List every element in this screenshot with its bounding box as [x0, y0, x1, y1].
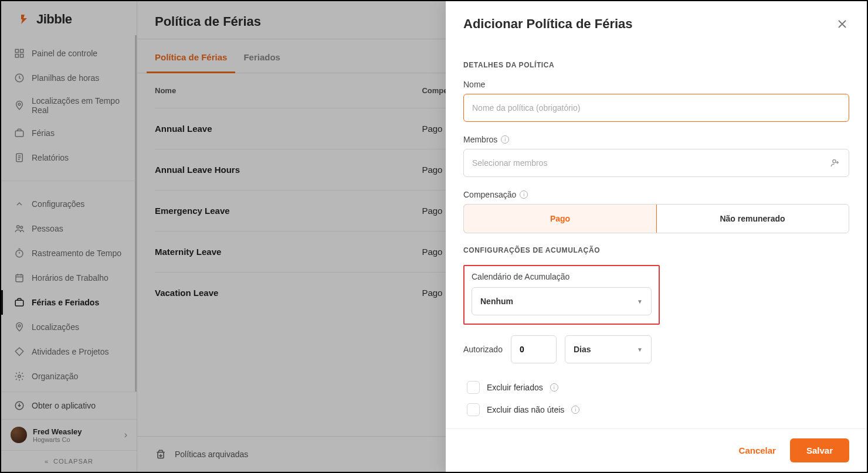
sidebar-item-label: Localizações em Tempo Real	[32, 96, 123, 115]
dashboard-icon	[13, 47, 26, 60]
compensation-label: Compensação i	[463, 190, 849, 199]
svg-point-14	[18, 375, 21, 378]
avatar	[11, 427, 27, 443]
allowed-unit-select[interactable]: Dias ▼	[565, 335, 652, 363]
compensation-unpaid-option[interactable]: Não remunerado	[656, 205, 849, 233]
user-menu[interactable]: Fred Weasley Hogwarts Co ›	[1, 419, 137, 450]
name-label: Nome	[463, 80, 849, 89]
cell-name: Vacation Leave	[155, 288, 422, 298]
info-icon[interactable]: i	[520, 190, 528, 199]
nav-primary: Painel de controle Planilhas de horas Lo…	[1, 35, 135, 176]
allowed-unit-value: Dias	[574, 345, 591, 354]
nav-secondary: Configurações Pessoas Rastreamento de Te…	[1, 186, 135, 392]
members-label: Membros i	[463, 135, 849, 144]
allowed-value-input[interactable]	[511, 335, 557, 363]
sidebar-item-timesheets[interactable]: Planilhas de horas	[1, 66, 135, 90]
svg-point-5	[18, 103, 21, 106]
compensation-paid-option[interactable]: Pago	[463, 204, 657, 233]
logo-icon	[19, 12, 33, 26]
archived-label: Políticas arquivadas	[175, 450, 248, 459]
svg-rect-3	[21, 55, 23, 57]
info-icon[interactable]: i	[571, 406, 579, 414]
sidebar-item-time-tracking[interactable]: Rastreamento de Tempo	[1, 241, 135, 266]
calendar-icon	[13, 271, 26, 284]
report-icon	[13, 151, 26, 164]
svg-rect-0	[15, 49, 18, 52]
svg-point-13	[18, 325, 21, 327]
chevron-down-icon: ▼	[637, 298, 643, 305]
accrual-calendar-value: Nenhum	[480, 297, 513, 306]
get-app-button[interactable]: Obter o aplicativo	[1, 392, 137, 419]
members-select[interactable]: Selecionar membros	[463, 149, 849, 177]
cell-name: Annual Leave	[155, 124, 422, 134]
svg-rect-6	[15, 131, 23, 137]
sidebar-item-label: Férias e Feriados	[32, 298, 99, 307]
sidebar-item-organization[interactable]: Organização	[1, 364, 135, 389]
sidebar-item-people[interactable]: Pessoas	[1, 216, 135, 241]
tab-leave-policy[interactable]: Política de Férias	[155, 39, 227, 73]
logo[interactable]: Jibble	[1, 1, 137, 35]
sidebar-item-label: Férias	[32, 128, 55, 138]
sidebar-item-label: Localizações	[32, 322, 79, 332]
brand-text: Jibble	[36, 12, 72, 27]
sidebar: Jibble Painel de controle Planilhas de h…	[1, 1, 137, 472]
info-icon[interactable]: i	[501, 135, 509, 144]
info-icon[interactable]: i	[550, 383, 558, 392]
sidebar-item-reports[interactable]: Relatórios	[1, 145, 135, 170]
briefcase-icon	[13, 127, 26, 139]
sidebar-item-locations[interactable]: Localizações	[1, 315, 135, 339]
pin-icon	[13, 99, 26, 112]
exclude-holidays-checkbox[interactable]	[467, 381, 480, 394]
sidebar-item-label: Rastreamento de Tempo	[32, 249, 121, 258]
exclude-holidays-label: Excluir feriados	[487, 383, 543, 392]
pin-icon	[13, 321, 26, 334]
save-button[interactable]: Salvar	[790, 438, 849, 462]
policy-name-input[interactable]	[463, 94, 849, 122]
collapse-label: COLAPSAR	[53, 458, 93, 465]
section-policy-details: DETALHES DA POLÍTICA	[463, 61, 849, 69]
accrual-calendar-select[interactable]: Nenhum ▼	[472, 287, 652, 315]
sidebar-item-dashboard[interactable]: Painel de controle	[1, 41, 135, 66]
chevron-double-left-icon: «	[45, 458, 49, 465]
sidebar-item-work-schedules[interactable]: Horários de Trabalho	[1, 266, 135, 290]
chevron-down-icon: ▼	[637, 346, 643, 353]
sidebar-item-leave-holidays[interactable]: Férias e Feriados	[1, 290, 135, 315]
archive-icon	[155, 448, 167, 460]
accrual-calendar-label: Calendário de Acumulação	[472, 272, 652, 281]
get-app-label: Obter o aplicativo	[32, 401, 96, 410]
user-name: Fred Weasley	[33, 427, 82, 436]
sidebar-item-label: Configurações	[32, 199, 84, 209]
page-title: Política de Férias	[155, 14, 261, 29]
svg-point-16	[833, 159, 836, 162]
exclude-nonwork-label: Excluir dias não úteis	[487, 405, 564, 414]
svg-rect-1	[21, 49, 23, 52]
sidebar-item-label: Atividades e Projetos	[32, 347, 109, 356]
briefcase-icon	[13, 296, 26, 309]
chevron-up-icon	[13, 198, 26, 210]
download-icon	[13, 399, 26, 412]
sidebar-item-label: Horários de Trabalho	[32, 273, 108, 283]
cell-name: Annual Leave Hours	[155, 165, 422, 175]
chevron-right-icon: ›	[124, 430, 127, 440]
user-org: Hogwarts Co	[33, 436, 82, 443]
sidebar-item-settings[interactable]: Configurações	[1, 192, 135, 216]
close-icon[interactable]	[835, 17, 849, 31]
cell-name: Maternity Leave	[155, 247, 422, 257]
allowed-label: Autorizado	[463, 345, 503, 354]
sidebar-item-label: Relatórios	[32, 153, 69, 162]
cancel-button[interactable]: Cancelar	[739, 445, 776, 455]
tab-holidays[interactable]: Feriados	[243, 39, 280, 73]
collapse-sidebar-button[interactable]: « COLAPSAR	[1, 450, 137, 472]
sidebar-item-time-off[interactable]: Férias	[1, 121, 135, 145]
person-add-icon	[830, 158, 840, 168]
sidebar-item-activities-projects[interactable]: Atividades e Projetos	[1, 339, 135, 364]
svg-point-9	[21, 226, 23, 229]
sidebar-item-label: Planilhas de horas	[32, 73, 99, 83]
svg-rect-12	[15, 300, 23, 306]
add-policy-drawer: Adicionar Política de Férias DETALHES DA…	[446, 1, 867, 472]
exclude-nonwork-checkbox[interactable]	[467, 403, 480, 416]
sidebar-item-realtime-locations[interactable]: Localizações em Tempo Real	[1, 90, 135, 121]
svg-rect-11	[16, 275, 23, 282]
cell-name: Emergency Leave	[155, 206, 422, 216]
col-header-name: Nome	[155, 86, 422, 95]
